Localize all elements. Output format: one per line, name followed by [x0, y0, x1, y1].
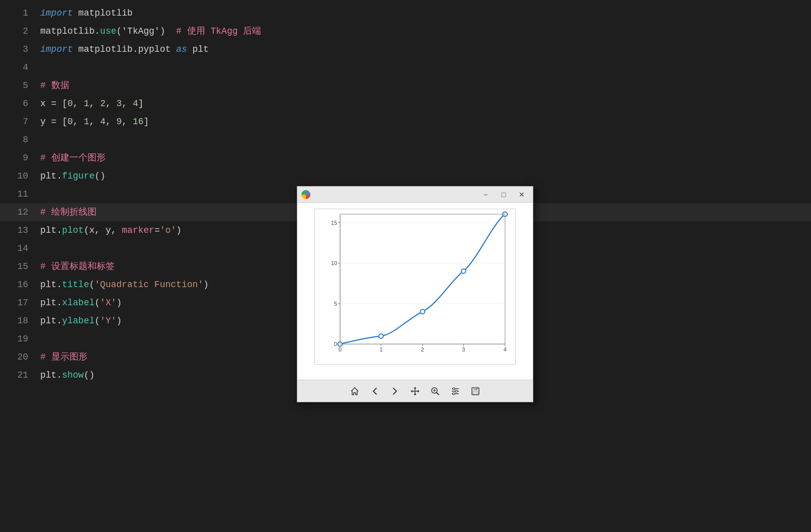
token: matplotlib	[73, 8, 133, 18]
code-line-2: 2matplotlib.use('TkAgg') # 使用 TkAgg 后端	[0, 22, 811, 40]
line-number: 15	[0, 261, 40, 272]
line-content: plt.ylabel('Y')	[40, 312, 122, 330]
line-number: 8	[0, 135, 40, 145]
home-button[interactable]	[346, 383, 364, 400]
figure-title-left	[301, 190, 313, 199]
line-number: 21	[0, 370, 40, 380]
line-content: import matplotlib	[40, 4, 133, 22]
token: ,	[106, 117, 117, 127]
token: (x, y,	[84, 225, 122, 235]
token: as	[176, 44, 187, 54]
line-content: plt.figure()	[40, 167, 106, 185]
line-number: 3	[0, 44, 40, 54]
token: (	[95, 298, 100, 308]
token: [	[56, 117, 67, 127]
svg-rect-43	[473, 391, 478, 394]
zoom-button[interactable]	[426, 383, 444, 400]
maximize-button[interactable]: □	[497, 189, 511, 200]
line-content: # 数据	[40, 76, 69, 95]
svg-text:1: 1	[379, 346, 382, 352]
token: import	[40, 8, 73, 18]
figure-toolbar	[297, 380, 533, 402]
line-content: x = [0, 1, 2, 3, 4]	[40, 95, 143, 113]
token: import	[40, 44, 73, 54]
line-number: 12	[0, 207, 40, 217]
line-content: matplotlib.use('TkAgg') # 使用 TkAgg 后端	[40, 22, 261, 40]
token: 16	[133, 117, 144, 127]
token: 9	[116, 117, 122, 127]
token: plt	[40, 171, 56, 181]
svg-text:0: 0	[339, 346, 342, 352]
token: show	[62, 370, 84, 380]
token: figure	[62, 171, 95, 181]
token: x	[40, 99, 51, 109]
line-number: 4	[0, 62, 40, 72]
token: ('TkAgg')	[116, 26, 176, 36]
token: plot	[62, 225, 84, 235]
token: plt	[40, 316, 56, 326]
token: ,	[73, 117, 84, 127]
token: plt	[40, 370, 56, 380]
line-number: 9	[0, 153, 40, 163]
line-content: # 创建一个图形	[40, 149, 106, 167]
token: .	[56, 370, 62, 380]
line-number: 11	[0, 189, 40, 199]
code-line-6: 6x = [0, 1, 2, 3, 4]	[0, 95, 811, 113]
token: .	[56, 316, 62, 326]
token: ()	[95, 171, 106, 181]
token: 2	[100, 99, 106, 109]
token: )	[203, 280, 209, 290]
token: ,	[122, 117, 133, 127]
token: 0	[67, 99, 73, 109]
line-content: plt.title('Quadratic Function')	[40, 276, 209, 294]
line-number: 1	[0, 8, 40, 18]
back-button[interactable]	[366, 383, 384, 400]
code-line-5: 5# 数据	[0, 76, 811, 95]
token: ,	[122, 99, 133, 109]
token: 'o'	[160, 225, 176, 235]
token: 1	[84, 117, 89, 127]
chart-container: 0 5 10 15 0 1 2 3 4	[297, 203, 533, 380]
save-button[interactable]	[466, 383, 484, 400]
line-number: 7	[0, 117, 40, 127]
configure-button[interactable]	[446, 383, 464, 400]
token: 'Quadratic Function'	[95, 280, 203, 290]
token: ylabel	[62, 316, 95, 326]
line-number: 10	[0, 171, 40, 181]
token: ,	[106, 99, 117, 109]
token: [	[56, 99, 67, 109]
code-line-1: 1import matplotlib	[0, 4, 811, 22]
token: (	[89, 280, 95, 290]
line-content: import matplotlib.pyplot as plt	[40, 40, 209, 58]
line-number: 13	[0, 225, 40, 235]
token: ,	[73, 99, 84, 109]
line-number: 2	[0, 26, 40, 36]
token: title	[62, 280, 89, 290]
token: 4	[100, 117, 106, 127]
line-content: plt.plot(x, y, marker='o')	[40, 221, 182, 239]
svg-text:0: 0	[334, 341, 337, 347]
pan-button[interactable]	[406, 383, 424, 400]
matplotlib-icon	[301, 190, 310, 199]
token: =	[51, 99, 57, 109]
line-number: 18	[0, 316, 40, 326]
minimize-button[interactable]: −	[478, 189, 493, 200]
token: 'Y'	[100, 316, 116, 326]
svg-text:4: 4	[504, 346, 507, 352]
token: plt	[40, 280, 56, 290]
forward-button[interactable]	[386, 383, 404, 400]
figure-window: − □ ✕ 0	[297, 186, 533, 402]
token: ()	[84, 370, 95, 380]
token: )	[116, 316, 122, 326]
token: .	[56, 225, 62, 235]
line-number: 6	[0, 99, 40, 109]
line-number: 19	[0, 334, 40, 344]
close-button[interactable]: ✕	[515, 189, 529, 200]
code-line-4: 4	[0, 58, 811, 76]
token: y	[40, 117, 51, 127]
token: 4	[133, 99, 138, 109]
token: 3	[116, 99, 122, 109]
token: ,	[89, 99, 100, 109]
token: ]	[138, 99, 144, 109]
token: =	[154, 225, 160, 235]
